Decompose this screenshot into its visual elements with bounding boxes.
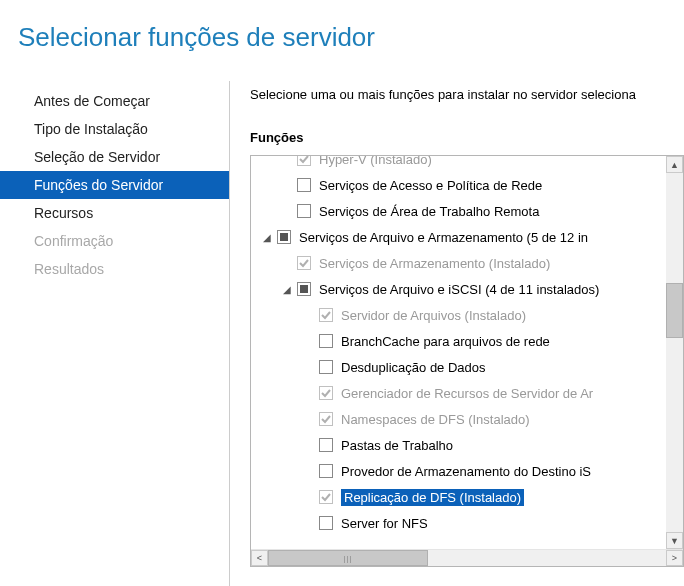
checkbox[interactable] xyxy=(297,178,311,192)
scroll-left-button[interactable]: < xyxy=(251,550,268,566)
roles-tree-container: Hyper-V (Instalado)Serviços de Acesso e … xyxy=(250,155,684,567)
tree-item-label[interactable]: Servidor de Arquivos (Instalado) xyxy=(341,308,526,323)
checkbox xyxy=(319,386,333,400)
wizard-step-2[interactable]: Seleção de Servidor xyxy=(0,143,229,171)
checkbox xyxy=(319,308,333,322)
wizard-step-3[interactable]: Funções do Servidor xyxy=(0,171,229,199)
vertical-scrollbar[interactable]: ▲ ▼ xyxy=(666,156,683,549)
checkbox[interactable] xyxy=(277,230,291,244)
tree-row[interactable]: Replicação de DFS (Instalado) xyxy=(251,484,683,510)
tree-row[interactable]: ◢Serviços de Arquivo e Armazenamento (5 … xyxy=(251,224,683,250)
checkbox[interactable] xyxy=(319,516,333,530)
tree-row[interactable]: Servidor de Arquivos (Instalado) xyxy=(251,302,683,328)
chevron-up-icon: ▲ xyxy=(670,160,679,170)
collapse-icon[interactable]: ◢ xyxy=(261,232,273,243)
wizard-step-4[interactable]: Recursos xyxy=(0,199,229,227)
checkbox[interactable] xyxy=(319,360,333,374)
tree-item-label[interactable]: Provedor de Armazenamento do Destino iS xyxy=(341,464,591,479)
tree-item-label[interactable]: Serviços de Acesso e Política de Rede xyxy=(319,178,542,193)
chevron-down-icon: ▼ xyxy=(670,536,679,546)
tree-item-label[interactable]: Gerenciador de Recursos de Servidor de A… xyxy=(341,386,593,401)
hscroll-track[interactable]: ||| xyxy=(268,550,666,566)
tree-item-label[interactable]: Namespaces de DFS (Instalado) xyxy=(341,412,530,427)
horizontal-scrollbar[interactable]: < ||| > xyxy=(251,549,683,566)
wizard-step-0[interactable]: Antes de Começar xyxy=(0,87,229,115)
tree-row[interactable]: Provedor de Armazenamento do Destino iS xyxy=(251,458,683,484)
checkbox[interactable] xyxy=(319,438,333,452)
tree-row[interactable]: Pastas de Trabalho xyxy=(251,432,683,458)
checkbox[interactable] xyxy=(297,204,311,218)
wizard-steps-sidebar: Antes de ComeçarTipo de InstalaçãoSeleçã… xyxy=(0,81,230,586)
collapse-icon[interactable]: ◢ xyxy=(281,284,293,295)
tree-item-label[interactable]: Replicação de DFS (Instalado) xyxy=(341,489,524,506)
hscroll-thumb[interactable]: ||| xyxy=(268,550,428,566)
tree-row[interactable]: BranchCache para arquivos de rede xyxy=(251,328,683,354)
checkbox[interactable] xyxy=(297,282,311,296)
checkbox xyxy=(297,156,311,166)
tree-item-label[interactable]: Serviços de Arquivo e Armazenamento (5 d… xyxy=(299,230,588,245)
tree-row[interactable]: Desduplicação de Dados xyxy=(251,354,683,380)
tree-row[interactable]: ◢Serviços de Arquivo e iSCSI (4 de 11 in… xyxy=(251,276,683,302)
checkbox xyxy=(319,412,333,426)
tree-item-label[interactable]: Hyper-V (Instalado) xyxy=(319,156,432,167)
tree-item-label[interactable]: Serviços de Arquivo e iSCSI (4 de 11 ins… xyxy=(319,282,599,297)
tree-row[interactable]: Hyper-V (Instalado) xyxy=(251,156,683,172)
tree-row[interactable]: Serviços de Acesso e Política de Rede xyxy=(251,172,683,198)
tree-row[interactable]: Server for NFS xyxy=(251,510,683,536)
checkbox[interactable] xyxy=(319,464,333,478)
roles-section-label: Funções xyxy=(250,130,684,145)
wizard-step-1[interactable]: Tipo de Instalação xyxy=(0,115,229,143)
scroll-right-button[interactable]: > xyxy=(666,550,683,566)
vscroll-thumb[interactable] xyxy=(666,283,683,338)
instruction-text: Selecione uma ou mais funções para insta… xyxy=(250,81,684,102)
tree-row[interactable]: Namespaces de DFS (Instalado) xyxy=(251,406,683,432)
tree-item-label[interactable]: Server for NFS xyxy=(341,516,428,531)
checkbox[interactable] xyxy=(319,334,333,348)
roles-tree[interactable]: Hyper-V (Instalado)Serviços de Acesso e … xyxy=(251,156,683,536)
wizard-step-6: Resultados xyxy=(0,255,229,283)
tree-row[interactable]: Serviços de Área de Trabalho Remota xyxy=(251,198,683,224)
checkbox xyxy=(297,256,311,270)
tree-item-label[interactable]: Desduplicação de Dados xyxy=(341,360,486,375)
grip-icon: ||| xyxy=(343,554,352,563)
tree-item-label[interactable]: BranchCache para arquivos de rede xyxy=(341,334,550,349)
tree-row[interactable]: Gerenciador de Recursos de Servidor de A… xyxy=(251,380,683,406)
tree-row[interactable]: Serviços de Armazenamento (Instalado) xyxy=(251,250,683,276)
chevron-left-icon: < xyxy=(257,553,262,563)
scroll-down-button[interactable]: ▼ xyxy=(666,532,683,549)
tree-item-label[interactable]: Serviços de Armazenamento (Instalado) xyxy=(319,256,550,271)
tree-item-label[interactable]: Pastas de Trabalho xyxy=(341,438,453,453)
checkbox xyxy=(319,490,333,504)
vscroll-track[interactable] xyxy=(666,173,683,532)
scroll-up-button[interactable]: ▲ xyxy=(666,156,683,173)
chevron-right-icon: > xyxy=(672,553,677,563)
wizard-step-5: Confirmação xyxy=(0,227,229,255)
page-title: Selecionar funções de servidor xyxy=(0,0,684,53)
tree-item-label[interactable]: Serviços de Área de Trabalho Remota xyxy=(319,204,539,219)
